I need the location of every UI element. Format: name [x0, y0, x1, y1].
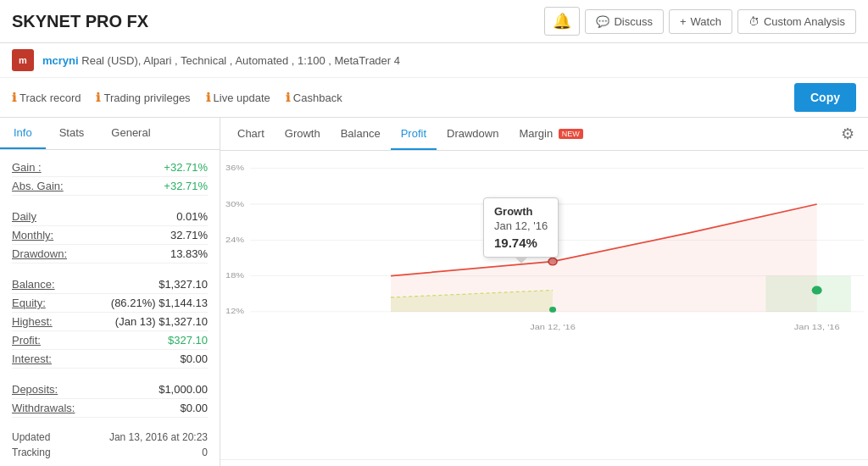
sidebar-tabs: Info Stats General [0, 118, 220, 150]
balance-row: Balance: $1,327.10 [12, 275, 208, 294]
profit-label[interactable]: Profit: [12, 334, 41, 347]
tooltip-value: 19.74% [494, 236, 548, 250]
nav-item-trading-privileges[interactable]: ℹ Trading privileges [96, 91, 190, 104]
equity-row: Equity: (86.21%) $1,144.13 [12, 294, 208, 313]
tab-general[interactable]: General [97, 118, 164, 149]
svg-text:30%: 30% [225, 199, 244, 208]
deposits-label[interactable]: Deposits: [12, 383, 58, 396]
chart-tab-profit[interactable]: Profit [391, 119, 437, 150]
plus-icon: + [680, 15, 687, 28]
tracking-row: Tracking 0 [12, 445, 208, 460]
updated-value: Jan 13, 2016 at 20:23 [109, 431, 208, 443]
svg-text:24%: 24% [225, 236, 244, 244]
equity-value: (86.21%) $1,144.13 [111, 297, 208, 309]
svg-text:36%: 36% [225, 164, 244, 172]
abs-gain-row: Abs. Gain: +32.71% [12, 177, 208, 196]
nav-item-live-update[interactable]: ℹ Live update [206, 91, 270, 104]
subheader: m mcryni Real (USD), Alpari , Technical … [0, 43, 868, 78]
nav-item-track-record[interactable]: ℹ Track record [12, 91, 81, 104]
warn-icon: ℹ [286, 91, 290, 104]
chart-tab-balance[interactable]: Balance [331, 119, 391, 150]
chart-tabs: Chart Growth Balance Profit Drawdown Mar… [220, 118, 868, 151]
custom-analysis-button[interactable]: ⏱ Custom Analysis [737, 9, 856, 34]
daily-value: 0.01% [176, 210, 208, 223]
daily-row: Daily 0.01% [12, 208, 208, 226]
svg-point-16 [812, 286, 822, 294]
deposits-section: Deposits: $1,000.00 Withdrawals: $0.00 [12, 380, 208, 418]
watch-button[interactable]: + Watch [669, 9, 732, 34]
header: SKYNET PRO FX 🔔 💬 Discuss + Watch ⏱ Cust… [0, 0, 868, 43]
gain-value: +32.71% [164, 161, 208, 174]
subheader-info: mcryni Real (USD), Alpari , Technical , … [42, 54, 400, 67]
monthly-row: Monthly: 32.71% [12, 226, 208, 245]
stats-section: Daily 0.01% Monthly: 32.71% Drawdown: 13… [12, 208, 208, 264]
svg-text:Jan 12, '16: Jan 12, '16 [530, 323, 576, 331]
svg-point-14 [548, 258, 557, 264]
chart-container: Growth Jan 12, '16 19.74% 36% 30% 24% 18… [220, 151, 868, 459]
monthly-value: 32.71% [170, 229, 208, 241]
withdrawals-label[interactable]: Withdrawals: [12, 402, 75, 414]
monthly-label[interactable]: Monthly: [12, 229, 53, 241]
balance-value: $1,327.10 [159, 278, 208, 291]
svg-marker-12 [391, 204, 817, 312]
balance-section: Balance: $1,327.10 Equity: (86.21%) $1,1… [12, 275, 208, 369]
abs-gain-label[interactable]: Abs. Gain: [12, 180, 64, 192]
chart-legend: Equity Growth Growth Deposit Withdrawal [220, 459, 868, 466]
gain-section: Gain : +32.71% Abs. Gain: +32.71% [12, 158, 208, 196]
warn-icon: ℹ [96, 91, 100, 104]
copy-button[interactable]: Copy [794, 83, 856, 112]
nav-bar: ℹ Track record ℹ Trading privileges ℹ Li… [0, 78, 868, 118]
daily-label[interactable]: Daily [12, 210, 36, 223]
warn-icon: ℹ [206, 91, 210, 104]
balance-label[interactable]: Balance: [12, 278, 55, 291]
tooltip-title: Growth [494, 205, 548, 218]
interest-row: Interest: $0.00 [12, 350, 208, 369]
sidebar: Info Stats General Gain : +32.71% Abs. G… [0, 118, 220, 466]
interest-label[interactable]: Interest: [12, 352, 52, 365]
interest-value: $0.00 [180, 352, 208, 365]
equity-label[interactable]: Equity: [12, 297, 46, 309]
deposits-row: Deposits: $1,000.00 [12, 380, 208, 399]
chart-tab-growth[interactable]: Growth [275, 119, 331, 150]
warn-icon: ℹ [12, 91, 16, 104]
avatar: m [12, 49, 34, 71]
tooltip-date: Jan 12, '16 [494, 219, 548, 232]
profit-value: $327.10 [168, 334, 208, 347]
new-badge: NEW [559, 129, 583, 139]
profit-row: Profit: $327.10 [12, 331, 208, 350]
clock-icon: ⏱ [748, 15, 760, 28]
highest-label[interactable]: Highest: [12, 315, 53, 328]
account-details-text: Real (USD), Alpari , Technical , Automat… [81, 54, 400, 67]
tracking-label: Tracking [12, 447, 51, 458]
bell-icon[interactable]: 🔔 [544, 7, 580, 36]
nav-items: ℹ Track record ℹ Trading privileges ℹ Li… [12, 91, 342, 104]
drawdown-row: Drawdown: 13.83% [12, 245, 208, 264]
tab-stats[interactable]: Stats [46, 118, 98, 149]
updated-row: Updated Jan 13, 2016 at 20:23 [12, 430, 208, 445]
chart-tooltip: Growth Jan 12, '16 19.74% [483, 197, 559, 258]
deposits-value: $1,000.00 [159, 383, 208, 396]
tab-info[interactable]: Info [0, 118, 46, 149]
chart-tab-drawdown[interactable]: Drawdown [437, 119, 509, 150]
drawdown-value: 13.83% [170, 247, 208, 260]
sidebar-content: Gain : +32.71% Abs. Gain: +32.71% Daily … [0, 150, 220, 466]
nav-item-cashback[interactable]: ℹ Cashback [286, 91, 342, 104]
chart-tab-chart[interactable]: Chart [227, 119, 275, 150]
main-content: Info Stats General Gain : +32.71% Abs. G… [0, 118, 868, 466]
drawdown-label[interactable]: Drawdown: [12, 247, 67, 260]
meta-section: Updated Jan 13, 2016 at 20:23 Tracking 0 [12, 430, 208, 460]
chart-area: Chart Growth Balance Profit Drawdown Mar… [220, 118, 868, 466]
gain-label[interactable]: Gain : [12, 161, 42, 174]
svg-text:Jan 13, '16: Jan 13, '16 [794, 323, 840, 331]
chart-tab-margin[interactable]: Margin NEW [509, 119, 593, 150]
abs-gain-value: +32.71% [164, 180, 208, 192]
withdrawals-value: $0.00 [180, 402, 208, 414]
username-link[interactable]: mcryni [42, 54, 79, 67]
gain-row: Gain : +32.71% [12, 158, 208, 177]
filter-icon[interactable]: ⚙ [834, 118, 861, 150]
highest-value: (Jan 13) $1,327.10 [115, 315, 208, 328]
withdrawals-row: Withdrawals: $0.00 [12, 399, 208, 418]
highest-row: Highest: (Jan 13) $1,327.10 [12, 313, 208, 331]
discuss-button[interactable]: 💬 Discuss [585, 9, 664, 34]
page-title: SKYNET PRO FX [12, 12, 148, 31]
